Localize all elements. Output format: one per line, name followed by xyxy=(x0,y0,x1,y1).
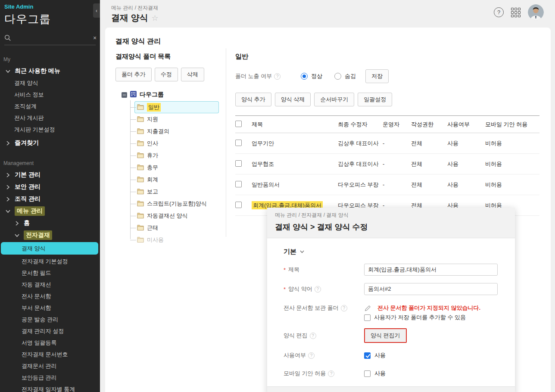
user-folder-checkbox-row[interactable]: 사용자가 저장 폴더를 추가할 수 있음 xyxy=(364,314,506,321)
folder-icon xyxy=(137,116,144,123)
folder-pane: 결재양식 폴더 목록 폴더 추가 수정 삭제 다우그룹 일반 지원 xyxy=(115,53,223,246)
help-icon[interactable]: ? xyxy=(494,7,504,17)
folder-item-disabled[interactable]: 미사용 xyxy=(115,234,221,246)
edit-pencil-icon[interactable] xyxy=(364,305,371,312)
help-icon[interactable]: ? xyxy=(308,352,315,359)
highlighted-label: 전자결재 xyxy=(24,230,52,240)
table-row: 업무기안 김상후 대표이사 - 전체 사용 비허용 xyxy=(235,133,539,154)
save-button[interactable]: 저장 xyxy=(365,69,389,83)
help-icon[interactable]: ? xyxy=(310,333,316,339)
select-all-checkbox[interactable] xyxy=(235,121,242,127)
folder-icon xyxy=(137,188,144,196)
abbr-input[interactable] xyxy=(364,283,498,295)
archive-folder-label: 전사 문서함 보관 폴더 xyxy=(284,304,339,312)
form-add-button[interactable]: 양식 추가 xyxy=(235,93,271,106)
sidebar-item-official-doc-send[interactable]: 공문 발송 관리 xyxy=(0,314,100,325)
mobile-draft-checkbox[interactable] xyxy=(364,370,371,377)
form-delete-button[interactable]: 양식 삭제 xyxy=(275,93,311,106)
row-operator: - xyxy=(383,174,411,195)
row-title[interactable]: 업무협조 xyxy=(252,154,338,174)
folder-delete-button[interactable]: 삭제 xyxy=(181,68,204,81)
folder-item[interactable]: 회계 xyxy=(115,174,221,186)
row-title[interactable]: 일반품의서 xyxy=(252,174,338,195)
help-icon[interactable]: ? xyxy=(328,370,334,377)
sidebar-item-approval-admin-settings[interactable]: 결재 관리자 설정 xyxy=(0,325,100,337)
help-icon[interactable]: ? xyxy=(341,305,347,311)
folder-item[interactable]: 지원 xyxy=(115,113,221,125)
sidebar-item-docbox-fields[interactable]: 문서함 필드 xyxy=(0,267,100,279)
sidebar-item-security-grade[interactable]: 보안등급 관리 xyxy=(0,372,100,383)
title-input[interactable] xyxy=(364,264,498,276)
user-folder-checkbox[interactable] xyxy=(364,314,371,321)
sidebar-item-company-board[interactable]: 전사 게시판 xyxy=(0,112,100,124)
sidebar-search: × xyxy=(4,34,96,45)
row-mobile: 비허용 xyxy=(485,174,539,195)
sidebar-group-basic-mgmt[interactable]: 기본 관리 xyxy=(0,169,100,181)
sidebar-item-approval-form[interactable]: 결재 양식 xyxy=(0,77,100,89)
sidebar-collapse-button[interactable]: ‹ xyxy=(93,3,100,18)
row-checkbox[interactable] xyxy=(235,181,242,187)
search-input[interactable] xyxy=(14,35,90,41)
form-bulk-settings-button[interactable]: 일괄설정 xyxy=(358,93,392,106)
favorite-star-icon[interactable]: ☆ xyxy=(152,13,159,23)
row-checkbox[interactable] xyxy=(235,140,242,146)
sidebar-item-signature-bulk[interactable]: 서명 일괄등록 xyxy=(0,337,100,348)
sidebar-group-org-mgmt[interactable]: 조직 관리 xyxy=(0,193,100,205)
breadcrumb: 메뉴 관리 / 전자결재 xyxy=(111,4,158,12)
sidebar-item-board-settings[interactable]: 게시판 기본설정 xyxy=(0,124,100,135)
form-reorder-button[interactable]: 순서바꾸기 xyxy=(314,93,354,106)
folder-item[interactable]: 자동결재선 양식 xyxy=(115,210,221,222)
folder-item[interactable]: 인사 xyxy=(115,137,221,149)
folder-add-button[interactable]: 폴더 추가 xyxy=(115,68,152,81)
row-checkbox[interactable] xyxy=(235,202,242,208)
folder-item[interactable]: 총무 xyxy=(115,162,221,174)
radio-hidden[interactable] xyxy=(334,73,341,80)
radio-option-hidden[interactable]: 숨김 xyxy=(334,72,356,80)
sidebar-group-home[interactable]: 홈 xyxy=(0,217,100,229)
radio-option-normal[interactable]: 정상 xyxy=(301,72,322,80)
row-in-use: 사용 xyxy=(447,174,485,195)
sidebar-group-favorites[interactable]: 즐겨찾기 xyxy=(0,137,100,149)
folder-item[interactable]: 지출결의 xyxy=(115,125,221,137)
sidebar-item-eapproval-doc-number[interactable]: 전자결재 문서번호 xyxy=(0,348,100,360)
edit-form-overlay: 메뉴 관리 / 전자결재 / 결재 양식 결재 양식 > 결재 양식 수정 기본… xyxy=(267,208,515,392)
overlay-breadcrumb: 메뉴 관리 / 전자결재 / 결재 양식 xyxy=(267,208,515,219)
sidebar-item-approval-form-selected[interactable]: 결재 양식 xyxy=(1,242,98,255)
section-basic[interactable]: 기본 xyxy=(284,248,506,256)
sidebar-item-service-info[interactable]: 서비스 정보 xyxy=(0,89,100,100)
row-checkbox[interactable] xyxy=(235,160,242,167)
folder-item[interactable]: 스크립트(기능포함)양식 xyxy=(115,198,221,210)
radio-normal[interactable] xyxy=(301,73,308,80)
folder-item[interactable]: 휴가 xyxy=(115,149,221,162)
sidebar-group-eapproval[interactable]: 전자결재 xyxy=(0,229,100,241)
folder-item[interactable]: 보고 xyxy=(115,186,221,198)
sidebar-item-dept-docbox[interactable]: 부서 문서함 xyxy=(0,302,100,314)
in-use-checkbox[interactable] xyxy=(364,352,371,359)
folder-icon xyxy=(137,176,144,184)
collapse-minus-icon[interactable] xyxy=(122,92,127,98)
tree-root-company[interactable]: 다우그룹 xyxy=(115,89,221,100)
col-in-use: 사용여부 xyxy=(447,116,485,133)
folder-edit-button[interactable]: 수정 xyxy=(155,68,178,81)
avatar[interactable] xyxy=(528,4,544,20)
sidebar-item-company-docbox[interactable]: 전사 문서함 xyxy=(0,290,100,302)
row-operator: - xyxy=(383,133,411,154)
sidebar-group-menu-mgmt[interactable]: 메뉴 관리 xyxy=(0,205,100,217)
apps-grid-icon[interactable] xyxy=(511,8,521,17)
form-editor-button[interactable]: 양식 편집기 xyxy=(364,328,407,343)
sidebar-item-auto-approval-line[interactable]: 자동 결재선 xyxy=(0,279,100,290)
sidebar-item-org-design[interactable]: 조직설계 xyxy=(0,100,100,112)
sidebar-item-approval-doc-mgmt[interactable]: 결재문서 관리 xyxy=(0,360,100,372)
search-clear-icon[interactable]: × xyxy=(92,34,97,41)
sidebar-item-daily-stats[interactable]: 전자결재 일자별 통계 xyxy=(0,383,100,392)
folder-item[interactable]: 근태 xyxy=(115,222,221,234)
sidebar-group-recent-menu[interactable]: 최근 사용한 메뉴 xyxy=(0,65,100,77)
folder-item-selected[interactable]: 일반 xyxy=(134,101,219,113)
sidebar-item-eapproval-basic-settings[interactable]: 전자결재 기본설정 xyxy=(0,255,100,267)
chevron-right-icon xyxy=(5,172,11,178)
sidebar-group-security-mgmt[interactable]: 보안 관리 xyxy=(0,181,100,193)
help-icon[interactable]: ? xyxy=(274,73,281,80)
help-icon[interactable]: ? xyxy=(315,286,321,292)
folder-icon xyxy=(137,152,144,159)
row-title[interactable]: 업무기안 xyxy=(252,133,338,154)
